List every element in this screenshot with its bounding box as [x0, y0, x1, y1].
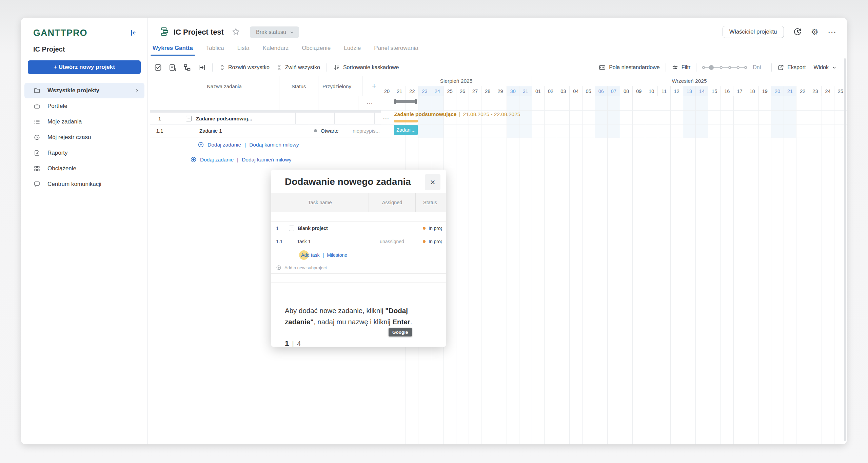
- more-options-icon[interactable]: ⋯: [828, 28, 836, 36]
- create-project-button[interactable]: + Utwórz nowy projekt: [28, 60, 141, 74]
- gear-icon[interactable]: ⚙: [811, 28, 818, 36]
- task-assignee[interactable]: nieprzypis...: [348, 128, 380, 134]
- gantt-day-cell: 09: [633, 86, 645, 96]
- mini-add-links-row: Add task | Milestone: [271, 248, 446, 262]
- gantt-month-row: Sierpień 2025Wrzesień 2025: [381, 76, 847, 86]
- gantt-column: [658, 96, 671, 444]
- task-name[interactable]: Zadanie podsumowuj...: [196, 116, 252, 121]
- gantt-day-cell: 29: [494, 86, 507, 96]
- gantt-day-cell: 24: [822, 86, 834, 96]
- gantt-day-cell: 23: [809, 86, 822, 96]
- briefcase-icon: [34, 103, 40, 110]
- add-milestone-link[interactable]: Dodaj kamień milowy: [242, 157, 291, 163]
- app-window: GANTTPRO IC Project + Utwórz nowy projek…: [21, 18, 847, 444]
- gantt-day-cell: 28: [481, 86, 494, 96]
- status-dot-icon: [314, 129, 317, 132]
- history-icon[interactable]: [793, 27, 802, 36]
- summary-task-bar[interactable]: [394, 120, 418, 122]
- chevron-right-icon: [134, 88, 140, 93]
- tab-calendar[interactable]: Kalendarz: [263, 45, 289, 56]
- select-tasks-icon[interactable]: [154, 63, 162, 72]
- sidebar-item-label: Wszystkie projekty: [47, 87, 99, 94]
- column-status[interactable]: Status: [279, 76, 318, 96]
- chart-pane: Sierpień 2025Wrzesień 2025 2021222324252…: [381, 76, 847, 444]
- mini-column-task-name: Task name: [271, 200, 369, 205]
- tutorial-pagination: 1 | 4: [285, 339, 301, 348]
- overdue-tasks-icon[interactable]: [169, 63, 177, 72]
- sidebar-item-label: Raporty: [47, 150, 68, 156]
- export-button[interactable]: Eksport: [777, 64, 806, 71]
- gantt-column: [645, 96, 658, 444]
- tab-list[interactable]: Lista: [237, 45, 250, 56]
- add-task-link[interactable]: Dodaj zadanie: [208, 142, 241, 148]
- view-dropdown[interactable]: Widok: [814, 64, 837, 71]
- sidebar-item-portfolios[interactable]: Portfele: [24, 98, 144, 114]
- add-task-link[interactable]: Dodaj zadanie: [200, 157, 234, 163]
- gantt-day-cell: 26: [456, 86, 469, 96]
- expand-all-button[interactable]: Rozwiń wszystko: [219, 64, 270, 71]
- project-duration-bracket[interactable]: [395, 100, 416, 103]
- gantt-day-cell: 20: [381, 86, 393, 96]
- sidebar-item-reports[interactable]: Raporty: [24, 145, 144, 161]
- close-icon[interactable]: ×: [425, 174, 440, 190]
- project-row[interactable]: ⋯: [150, 96, 381, 113]
- sidebar-collapse-icon[interactable]: [130, 29, 137, 37]
- gantt-column: [708, 96, 721, 444]
- subtask-structure-icon[interactable]: [183, 63, 191, 72]
- column-assignee[interactable]: Przydzielony: [318, 76, 362, 96]
- tab-workload[interactable]: Obciążenie: [302, 45, 331, 56]
- task-bar[interactable]: Zadani...: [394, 125, 418, 135]
- gantt-weekend-column: [595, 96, 608, 444]
- gantt-column: [796, 96, 809, 444]
- gantt-column: [620, 96, 633, 444]
- vertical-scrollbar[interactable]: [844, 58, 846, 441]
- tutorial-text: Aby dodać nowe zadanie, kliknij "Dodaj z…: [285, 305, 434, 328]
- gantt-column: [557, 96, 570, 444]
- table-row-summary-task[interactable]: 1 − Zadanie podsumowuj... ⋯: [150, 113, 381, 124]
- gantt-day-cell: 22: [796, 86, 809, 96]
- gantt-column: [494, 96, 507, 444]
- tab-people[interactable]: Ludzie: [344, 45, 361, 56]
- row-more-button[interactable]: ⋯: [367, 99, 374, 107]
- add-column-button[interactable]: +: [372, 82, 376, 91]
- table-row-task-1[interactable]: 1.1 Zadanie 1 Otwarte nieprzypis... ⋯: [150, 124, 381, 137]
- plus-circle-icon: [276, 265, 281, 270]
- mini-column-status: Status: [423, 200, 437, 205]
- tab-board[interactable]: Tablica: [206, 45, 224, 56]
- sidebar-item-all-projects[interactable]: Wszystkie projekty: [24, 83, 144, 98]
- gantt-day-cell: 30: [507, 86, 519, 96]
- collapse-all-button[interactable]: Zwiń wszystko: [276, 64, 320, 71]
- cascade-sort-button[interactable]: Sortowanie kaskadowe: [333, 64, 399, 71]
- folder-icon: [34, 87, 40, 94]
- indent-icon[interactable]: [198, 63, 206, 72]
- tab-gantt-chart[interactable]: Wykres Gantta: [153, 45, 193, 56]
- column-name[interactable]: Nazwa zadania: [170, 83, 279, 89]
- sidebar-item-communication-hub[interactable]: Centrum komunikacji: [24, 176, 144, 192]
- workspace-name: IC Project: [33, 45, 65, 53]
- add-milestone-link[interactable]: Dodaj kamień milowy: [249, 142, 299, 148]
- project-status-dropdown[interactable]: Brak statusu: [250, 26, 299, 38]
- modal-title: Dodawanie nowego zadania: [285, 176, 411, 187]
- sidebar-item-label: Moje zadania: [47, 118, 82, 125]
- sidebar-nav: Wszystkie projekty Portfele Moje zadania…: [24, 83, 144, 192]
- filter-icon: [672, 64, 678, 71]
- gantt-day-cell: 01: [532, 86, 545, 96]
- mini-status: In progress: [429, 226, 442, 231]
- sidebar-item-label: Portfele: [47, 103, 67, 110]
- project-owner-button[interactable]: Właściciel projektu: [723, 26, 784, 38]
- sidebar-item-time-log[interactable]: Mój rejestr czasu: [24, 130, 144, 145]
- tab-dashboard[interactable]: Panel sterowania: [374, 45, 418, 56]
- task-status[interactable]: Otwarte: [321, 128, 339, 134]
- filter-button[interactable]: Filtr: [672, 64, 691, 71]
- sidebar-item-my-tasks[interactable]: Moje zadania: [24, 114, 144, 130]
- gantt-month-label: Sierpień 2025: [381, 76, 532, 86]
- star-icon[interactable]: [232, 27, 240, 36]
- page-current: 1: [285, 339, 289, 348]
- collapse-task-icon[interactable]: −: [186, 116, 192, 121]
- custom-fields-button[interactable]: Pola niestandardowe: [598, 64, 659, 71]
- gantt-weekend-column: [784, 96, 796, 444]
- timeline-zoom-slider[interactable]: [702, 65, 747, 70]
- clock-icon: [34, 134, 40, 141]
- sidebar-item-workload[interactable]: Obciążenie: [24, 161, 144, 176]
- task-name[interactable]: Zadanie 1: [199, 128, 222, 134]
